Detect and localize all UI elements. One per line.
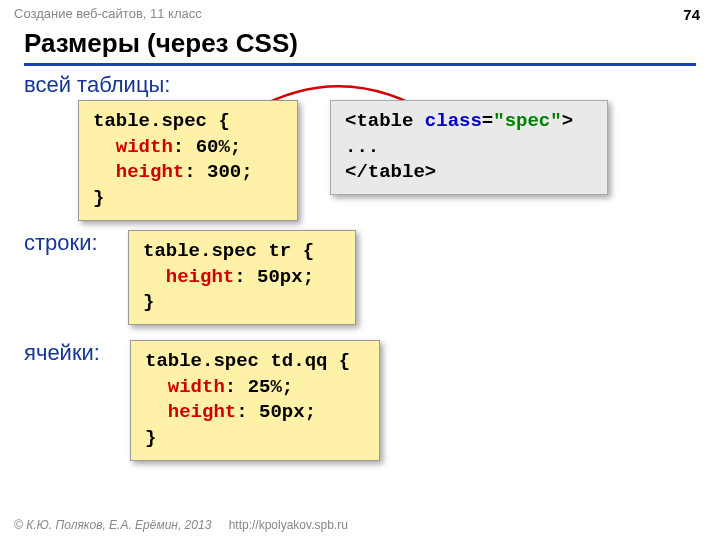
- page-number: 74: [683, 6, 700, 23]
- footer-url: http://kpolyakov.spb.ru: [229, 518, 348, 532]
- code-val: : 60%;: [173, 136, 241, 158]
- code-val: : 50px;: [234, 266, 314, 288]
- gt: >: [562, 110, 573, 132]
- code-prop: height: [116, 161, 184, 183]
- lt: </: [345, 161, 368, 183]
- lt: <: [345, 110, 356, 132]
- code-prop: height: [168, 401, 236, 423]
- code-line: table.spec tr {: [143, 240, 314, 262]
- code-line: table.spec td.qq {: [145, 350, 350, 372]
- course-label: Создание веб-сайтов, 11 класс: [14, 6, 202, 21]
- code-line: table.spec {: [93, 110, 230, 132]
- html-table-codebox: <table class="spec"> ... </table>: [330, 100, 608, 195]
- label-row: строки:: [24, 230, 98, 256]
- attr: class: [425, 110, 482, 132]
- label-whole-table: всей таблицы:: [24, 72, 170, 98]
- code-line: }: [145, 427, 156, 449]
- code-val: : 300;: [184, 161, 252, 183]
- tag: table: [356, 110, 413, 132]
- code-prop: height: [166, 266, 234, 288]
- val: "spec": [493, 110, 561, 132]
- gt: >: [425, 161, 436, 183]
- code-prop: width: [116, 136, 173, 158]
- code-line: }: [143, 291, 154, 313]
- eq: =: [482, 110, 493, 132]
- footer-credit: © К.Ю. Поляков, Е.А. Ерёмин, 2013: [14, 518, 211, 532]
- code-val: : 50px;: [236, 401, 316, 423]
- code-val: : 25%;: [225, 376, 293, 398]
- css-row-codebox: table.spec tr { height: 50px; }: [128, 230, 356, 325]
- code-prop: width: [168, 376, 225, 398]
- sp: [413, 110, 424, 132]
- code-line: }: [93, 187, 104, 209]
- css-table-codebox: table.spec { width: 60%; height: 300; }: [78, 100, 298, 221]
- tag: table: [368, 161, 425, 183]
- label-cell: ячейки:: [24, 340, 100, 366]
- slide-title: Размеры (через CSS): [24, 28, 696, 66]
- css-cell-codebox: table.spec td.qq { width: 25%; height: 5…: [130, 340, 380, 461]
- ellipsis: ...: [345, 136, 379, 158]
- footer: © К.Ю. Поляков, Е.А. Ерёмин, 2013 http:/…: [14, 518, 348, 532]
